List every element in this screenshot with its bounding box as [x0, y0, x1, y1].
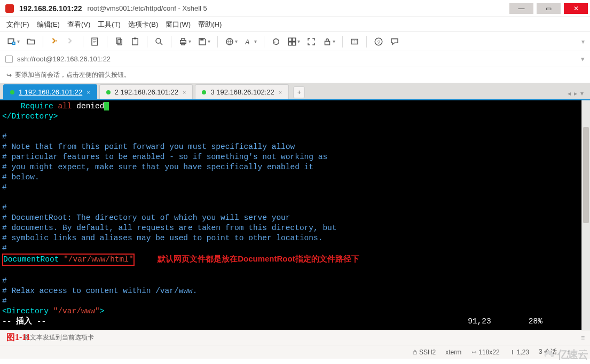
svg-rect-23: [413, 352, 416, 354]
status-dot-icon: [106, 90, 111, 94]
t-c12: #: [2, 276, 7, 285]
titlebar: 192.168.26.101:22 root@vms001:/etc/httpd…: [0, 0, 590, 17]
t-c13: # Relax access to content within /var/ww…: [2, 287, 197, 295]
terminal[interactable]: Require all denied </Directory> # # Note…: [0, 100, 581, 330]
toolbar: ▾ ▾ ▾ ▾ A▾ ▾ ▾ ? ▾: [0, 32, 590, 51]
menu-help[interactable]: 帮助(H): [198, 20, 222, 29]
status-dot-icon: [10, 90, 14, 94]
layout-button[interactable]: ▾: [286, 35, 302, 48]
t-c8: # DocumentRoot: The directory out of whi…: [2, 213, 290, 222]
t-c7: #: [2, 203, 7, 212]
t-denied: denied: [76, 102, 104, 110]
session-tabs: 1 192.168.26.101:22 × 2 192.168.26.101:2…: [0, 83, 590, 100]
svg-rect-16: [293, 38, 296, 41]
copy-button[interactable]: [113, 35, 125, 48]
address-text[interactable]: ssh://root@192.168.26.101:22: [17, 55, 577, 63]
tab-next-icon[interactable]: ▸: [574, 90, 577, 97]
menu-tabs[interactable]: 选项卡(B): [128, 20, 158, 29]
properties-button[interactable]: [89, 35, 101, 48]
toolbar-overflow-icon[interactable]: ▾: [581, 38, 585, 45]
minimize-button[interactable]: —: [509, 3, 533, 14]
new-session-button[interactable]: ▾: [5, 35, 21, 48]
annotation-text: 默认网页文件都是放在DocumentRoot指定的文件路径下: [158, 254, 359, 263]
keypad-button[interactable]: [348, 35, 361, 48]
grip-icon: ≡: [581, 334, 584, 342]
title-path: root@vms001:/etc/httpd/conf - Xshell 5: [88, 4, 207, 12]
t-c10: # symbolic links and aliases may be used…: [2, 234, 322, 242]
send-hint[interactable]: 将文本发送到当前选项卡: [23, 333, 94, 342]
t-c6: #: [2, 183, 7, 192]
terminal-scrollbar[interactable]: [581, 100, 590, 330]
tab-3[interactable]: 3 192.168.26.102:22 ×: [195, 84, 289, 99]
status-grip-icon: ⋰: [579, 349, 586, 356]
svg-rect-20: [351, 39, 358, 44]
disconnect-button[interactable]: [65, 35, 77, 48]
maximize-button[interactable]: ▭: [537, 3, 561, 14]
status-cursor-label: 1,23: [517, 349, 529, 356]
svg-rect-10: [182, 38, 185, 41]
tab-2-close-icon[interactable]: ×: [183, 89, 186, 96]
refresh-button[interactable]: [270, 35, 282, 48]
tab-add-button[interactable]: +: [293, 86, 305, 98]
menu-file[interactable]: 文件(F): [6, 20, 29, 29]
svg-rect-6: [132, 38, 138, 45]
status-size-label: 118x22: [478, 349, 499, 356]
reconnect-button[interactable]: [49, 35, 61, 48]
svg-text:?: ?: [377, 38, 381, 44]
svg-point-8: [156, 38, 161, 43]
send-bar: 图1-11 将文本发送到当前选项卡 ≡: [0, 330, 590, 345]
tab-nav: ◂ ▸ ▾: [568, 90, 587, 99]
paste-button[interactable]: [129, 35, 141, 48]
save-button[interactable]: ▾: [196, 35, 212, 48]
status-up-icon[interactable]: ↕: [567, 349, 570, 356]
svg-rect-18: [293, 42, 296, 45]
scrollbar-thumb[interactable]: [583, 127, 589, 223]
status-size: 118x22: [471, 349, 499, 356]
menu-tools[interactable]: 工具(T): [98, 20, 121, 29]
svg-rect-15: [288, 38, 292, 41]
address-bar: ssh://root@192.168.26.101:22 ▾: [0, 51, 590, 67]
menu-view[interactable]: 查看(V): [67, 20, 90, 29]
close-button[interactable]: ✕: [564, 3, 588, 14]
font-button[interactable]: A▾: [242, 35, 258, 48]
open-button[interactable]: [25, 35, 37, 48]
t-c11: #: [2, 244, 7, 252]
status-sessions: 3 会话: [539, 347, 557, 357]
status-dot-icon: [202, 90, 206, 94]
tab-1[interactable]: 1 192.168.26.101:22 ×: [3, 84, 97, 99]
tab-3-close-icon[interactable]: ×: [279, 89, 282, 96]
web-button[interactable]: ▾: [223, 35, 239, 48]
t-c3: # particular features to be enabled - so…: [2, 153, 327, 161]
help-button[interactable]: ?: [372, 35, 385, 48]
t-c1: #: [2, 132, 7, 141]
fullscreen-button[interactable]: [305, 35, 318, 48]
tab-2[interactable]: 2 192.168.26.101:22 ×: [99, 84, 193, 99]
tab-1-label: 1 192.168.26.101:22: [19, 88, 82, 96]
chat-button[interactable]: [388, 35, 401, 48]
menu-window[interactable]: 窗口(W): [166, 20, 191, 29]
app-icon: [5, 4, 14, 13]
find-button[interactable]: [153, 35, 166, 48]
window-controls: — ▭ ✕: [509, 3, 588, 14]
t-c5: # below.: [2, 173, 40, 181]
t-diropen: <Directory: [2, 307, 53, 315]
addr-bookmark-icon[interactable]: [5, 56, 13, 63]
lock-button[interactable]: ▾: [321, 35, 337, 48]
svg-rect-7: [134, 37, 137, 39]
tab-menu-icon[interactable]: ▾: [580, 90, 584, 97]
svg-rect-17: [288, 42, 292, 45]
t-c14: #: [2, 297, 7, 305]
status-ssh: SSH2: [412, 349, 436, 356]
tab-1-close-icon[interactable]: ×: [86, 89, 90, 96]
hint-bar: ↪ 要添加当前会话，点击左侧的箭头按钮。: [0, 67, 590, 83]
address-overflow-icon[interactable]: ▾: [581, 55, 585, 63]
menu-edit[interactable]: 编辑(E): [37, 20, 60, 29]
figure-caption: 图1-11: [6, 332, 30, 343]
t-c4: # you might expect, make sure that you h…: [2, 163, 313, 171]
add-session-icon[interactable]: ↪: [6, 72, 12, 79]
tab-prev-icon[interactable]: ◂: [568, 90, 571, 97]
print-button[interactable]: ▾: [177, 35, 193, 48]
svg-rect-3: [92, 38, 98, 45]
t-drval: "/var/www/html": [64, 255, 133, 264]
t-c2: # Note that from this point forward you …: [2, 143, 295, 151]
